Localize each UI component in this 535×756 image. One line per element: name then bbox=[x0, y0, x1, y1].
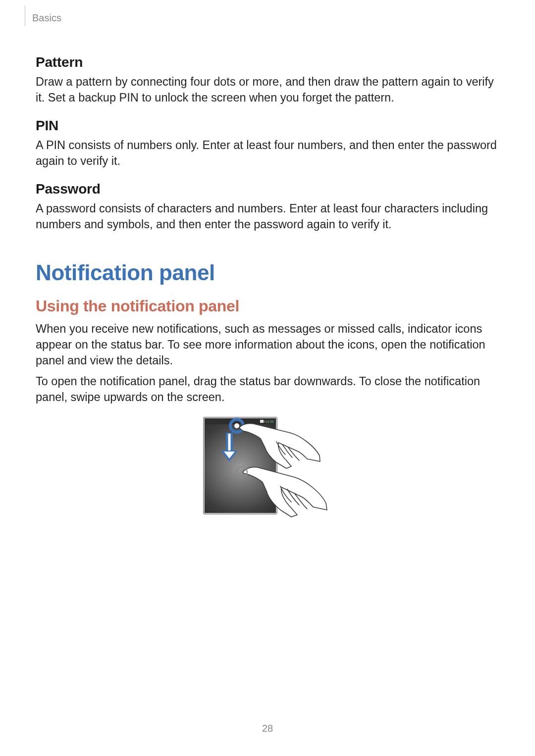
gesture-overlay bbox=[203, 417, 332, 536]
manual-page: Basics Pattern Draw a pattern by connect… bbox=[0, 0, 535, 756]
page-content: Pattern Draw a pattern by connecting fou… bbox=[36, 54, 499, 536]
svg-point-1 bbox=[234, 423, 239, 428]
figure-notification-drag: 10:00 bbox=[36, 417, 499, 536]
body-notif-p1: When you receive new notifications, such… bbox=[36, 321, 499, 369]
body-password: A password consists of characters and nu… bbox=[36, 201, 499, 233]
hand-lower-icon bbox=[243, 467, 327, 517]
swipe-down-arrow-icon bbox=[221, 433, 238, 461]
body-pin: A PIN consists of numbers only. Enter at… bbox=[36, 138, 499, 169]
page-number: 28 bbox=[0, 723, 535, 734]
figure-canvas: 10:00 bbox=[203, 417, 332, 536]
heading-password: Password bbox=[36, 181, 499, 197]
body-notif-p2: To open the notification panel, drag the… bbox=[36, 374, 499, 405]
subheading-using-panel: Using the notification panel bbox=[36, 297, 499, 315]
heading-pattern: Pattern bbox=[36, 54, 499, 70]
heading-pin: PIN bbox=[36, 118, 499, 134]
body-pattern: Draw a pattern by connecting four dots o… bbox=[36, 74, 499, 106]
hand-upper-icon bbox=[239, 424, 320, 469]
header-section-label: Basics bbox=[32, 12, 61, 24]
header-rule bbox=[25, 6, 25, 26]
svg-rect-3 bbox=[228, 434, 231, 451]
heading-notification-panel: Notification panel bbox=[36, 260, 499, 285]
header-bar: Basics bbox=[22, 6, 61, 26]
